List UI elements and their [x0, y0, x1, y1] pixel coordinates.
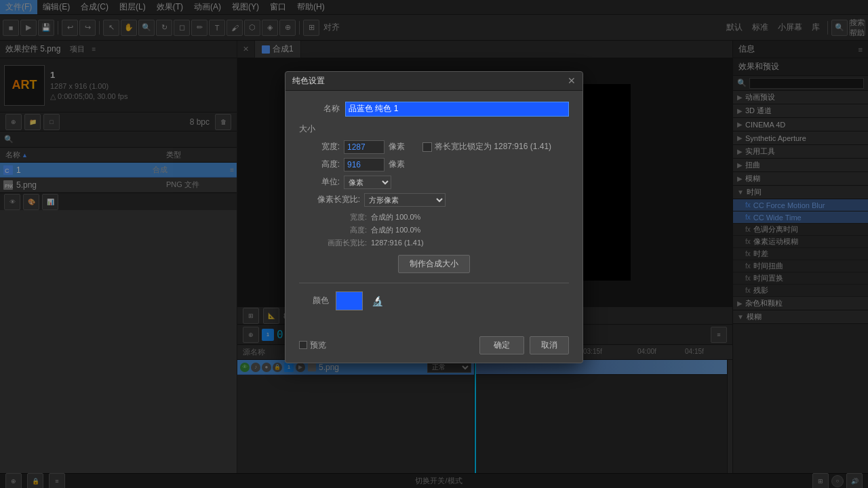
playhead[interactable] [475, 360, 476, 473]
preview-ctrl-1[interactable]: ⊞ [243, 308, 259, 324]
effect-item-timedisp[interactable]: fx 时间置换 [733, 272, 868, 285]
tool-align[interactable]: ⊞ [303, 20, 319, 36]
menu-window[interactable]: 窗口 [264, 0, 292, 14]
tool-rotate[interactable]: ↻ [156, 20, 172, 36]
tool-redo[interactable]: ↪ [79, 20, 96, 36]
search-bar: 🔍 [0, 131, 237, 148]
cat-header-template[interactable]: ▼ 模糊 [733, 310, 868, 324]
dialog-unit-select[interactable]: 像素 [344, 176, 391, 189]
effect-item-timewarp[interactable]: fx 时间扭曲 [733, 260, 868, 272]
lock-ratio-checkbox[interactable] [422, 142, 432, 152]
search-toggle[interactable]: 🔍 [831, 20, 848, 36]
preset-standard[interactable]: 标准 [748, 22, 772, 33]
chart-btn[interactable]: 📊 [42, 194, 58, 210]
tool-puppet[interactable]: ⊕ [279, 20, 296, 36]
tl-solo-btn[interactable]: ● [262, 363, 271, 372]
tool-save[interactable]: 💾 [38, 20, 54, 36]
comp-tab-1[interactable]: 合成1 [255, 41, 301, 58]
right-panel-menu-icon[interactable]: ≡ [859, 45, 863, 54]
effect-item-ccwt[interactable]: fx CC Wide Time [733, 211, 868, 224]
cat-header-time[interactable]: ▼ 时间 [733, 186, 868, 199]
cat-header-blur[interactable]: ▶ 模糊 [733, 172, 868, 186]
preview-ctrl-2[interactable]: 📐 [263, 308, 279, 324]
thumbnail-area: ART 1 1287 x 916 (1.00) △ 0:00:05;00, 30… [0, 58, 237, 113]
dialog-pxratio-select[interactable]: 方形像素 [364, 193, 446, 207]
menu-view[interactable]: 视图(Y) [226, 0, 264, 14]
menu-edit[interactable]: 编辑(E) [37, 0, 75, 14]
make-comp-size-btn[interactable]: 制作合成大小 [398, 255, 470, 273]
tool-open[interactable]: ▶ [20, 20, 37, 36]
tl-mode-select-0[interactable]: 正常 [427, 362, 471, 373]
tl-toggle-1[interactable]: ⊕ [243, 327, 259, 343]
menu-layer[interactable]: 图层(L) [114, 0, 151, 14]
tool-new[interactable]: ■ [3, 20, 19, 36]
thumbnail-name: 1 [50, 70, 127, 80]
cat-header-utility[interactable]: ▶ 实用工具 [733, 145, 868, 159]
viewer-btn[interactable]: 👁 [4, 194, 20, 210]
dialog-cancel-btn[interactable]: 取消 [530, 336, 569, 354]
file-row-0[interactable]: C 1 合成 ≡ [0, 163, 237, 178]
close-viewer-btn[interactable]: ✕ [237, 41, 255, 58]
cat-header-distort[interactable]: ▶ 扭曲 [733, 159, 868, 172]
preset-library[interactable]: 库 [808, 22, 824, 33]
tl-settings[interactable]: ≡ [711, 327, 727, 343]
tl-lock-btn[interactable]: 🔒 [273, 363, 282, 372]
effect-item-echo[interactable]: fx 残影 [733, 285, 868, 297]
effect-item-timediff[interactable]: fx 时差 [733, 248, 868, 260]
project-panel-tab[interactable]: 项目 [70, 44, 85, 54]
cat-header-synthetic[interactable]: ▶ Synthetic Aperture [733, 131, 868, 145]
new-folder-btn[interactable]: 📁 [24, 114, 41, 130]
tool-zoom[interactable]: 🔍 [138, 20, 155, 36]
dialog-close-btn[interactable]: ✕ [568, 75, 576, 86]
effects-search-input[interactable] [749, 78, 864, 89]
tl-audio-btn[interactable]: ♪ [251, 363, 260, 372]
menu-compose[interactable]: 合成(C) [75, 0, 114, 14]
help-btn[interactable]: 搜索帮助 [849, 20, 865, 36]
preview-checkbox-row: 预览 [299, 340, 326, 351]
dialog-color-swatch[interactable] [336, 291, 363, 310]
effect-icon-timedisp: fx [745, 274, 751, 282]
trash-btn[interactable]: 🗑 [215, 114, 231, 130]
eyedropper-btn[interactable]: 🔬 [370, 293, 384, 308]
color-btn[interactable]: 🎨 [23, 194, 39, 210]
tool-stamp[interactable]: ⬡ [244, 20, 260, 36]
cat-header-cinema4d[interactable]: ▶ CINEMA 4D [733, 118, 868, 131]
play-back-btn[interactable]: ⊞ [812, 473, 829, 489]
dialog-height-input[interactable] [344, 158, 384, 171]
timeline-scrollbar[interactable] [727, 360, 732, 473]
dialog-width-input[interactable] [344, 140, 384, 154]
tool-shape[interactable]: ◻ [174, 20, 190, 36]
effect-item-ccfmb[interactable]: fx CC Force Motion Blur [733, 199, 868, 211]
menu-file[interactable]: 文件(F) [0, 0, 37, 14]
menu-help[interactable]: 帮助(H) [292, 0, 330, 14]
new-item-btn[interactable]: □ [43, 114, 60, 130]
menu-animate[interactable]: 动画(A) [189, 0, 226, 14]
cat-header-animation[interactable]: ▶ 动画预设 [733, 91, 868, 104]
tool-hand[interactable]: ✋ [121, 20, 137, 36]
tool-brush[interactable]: 🖌 [226, 20, 243, 36]
play-zoom-btn[interactable]: 🔊 [846, 473, 863, 489]
tool-eraser[interactable]: ◈ [262, 20, 278, 36]
status-btn-1[interactable]: ⊕ [5, 473, 22, 489]
new-comp-btn[interactable]: ⊕ [5, 114, 22, 130]
tl-eye-btn[interactable]: 👁 [240, 363, 250, 372]
status-btn-3[interactable]: ≡ [49, 473, 65, 489]
tool-select[interactable]: ↖ [103, 20, 119, 36]
play-center-btn[interactable]: ○ [831, 475, 844, 487]
effect-item-posterize[interactable]: fx 色调分离时间 [733, 224, 868, 236]
preset-small[interactable]: 小屏幕 [774, 22, 806, 33]
tool-undo[interactable]: ↩ [62, 20, 78, 36]
preset-default[interactable]: 默认 [722, 22, 747, 33]
status-btn-2[interactable]: 🔒 [27, 473, 43, 489]
tool-pen[interactable]: ✏ [191, 20, 208, 36]
cat-header-noise[interactable]: ▶ 杂色和颗粒 [733, 297, 868, 310]
effect-item-pixmotion[interactable]: fx 像素运动模糊 [733, 236, 868, 248]
dialog-ok-btn[interactable]: 确定 [479, 336, 524, 354]
tool-text[interactable]: T [209, 20, 225, 36]
cat-header-3d[interactable]: ▶ 3D 通道 [733, 104, 868, 118]
menu-effect[interactable]: 效果(T) [151, 0, 189, 14]
preview-cb-box[interactable] [299, 341, 307, 349]
dialog-name-input[interactable] [345, 102, 569, 117]
file-row-1[interactable]: PNG 5.png PNG 文件 [0, 178, 237, 192]
tl-play-btn[interactable]: ▶ [296, 363, 305, 372]
